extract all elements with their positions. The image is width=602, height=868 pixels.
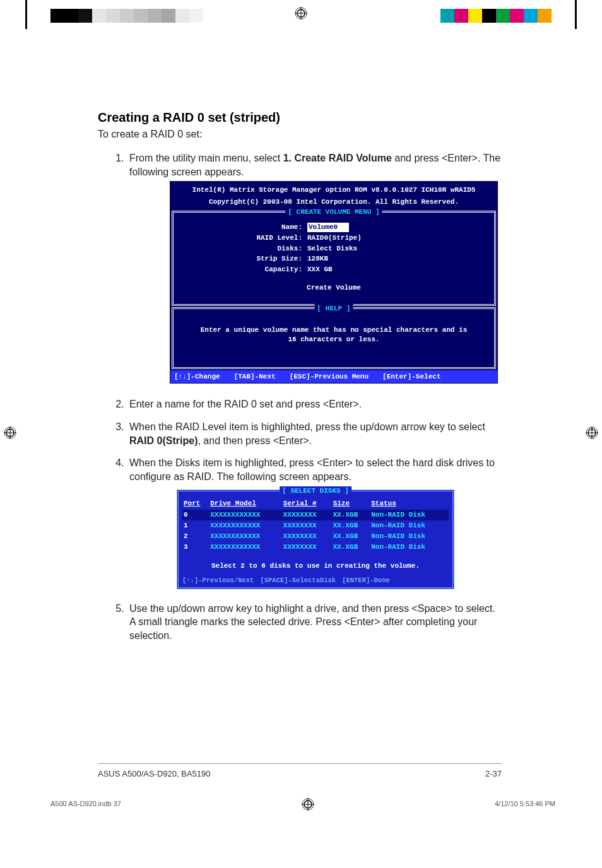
bios-select-disks-caption: [ SELECT DISKS ]: [280, 486, 351, 496]
status-change: [↑↓]-Change: [174, 372, 220, 382]
raid-level-label: RAID Level:: [181, 233, 307, 243]
status-next: [TAB]-Next: [234, 372, 276, 382]
bios-create-volume-screenshot: Intel(R) Matrix Storage Manager option R…: [170, 181, 498, 384]
capacity-value[interactable]: XXX GB: [307, 265, 333, 274]
col-serial: Serial #: [282, 498, 332, 510]
name-label: Name:: [181, 223, 307, 232]
cell-model: XXXXXXXXXXXX: [209, 510, 282, 520]
cell-serial: XXXXXXXX: [282, 520, 332, 531]
step-list: From the utility main menu, select 1. Cr…: [98, 151, 502, 642]
disks-label: Disks:: [181, 244, 307, 254]
footer-left: ASUS A500/AS-D920, BA5190: [98, 769, 211, 778]
step-3-text-a: When the RAID Level item is highlighted,…: [129, 421, 485, 432]
step-3-text-c: , and then press <Enter>.: [198, 435, 312, 446]
table-row[interactable]: 3XXXXXXXXXXXXXXXXXXXXXX.XGBNon-RAID Disk: [182, 542, 449, 553]
table-row[interactable]: 2XXXXXXXXXXXXXXXXXXXXXX.XGBNon-RAID Disk: [182, 531, 449, 542]
cell-size: XX.XGB: [332, 520, 370, 531]
cell-size: XX.XGB: [332, 510, 370, 520]
step-1-text-bold: 1. Create RAID Volume: [283, 153, 392, 163]
step-4: When the Disks item is highlighted, pres…: [127, 456, 502, 589]
color-blocks: [440, 9, 552, 23]
col-port: Port: [182, 498, 209, 510]
create-volume-button[interactable]: Create Volume: [181, 283, 487, 293]
cell-model: XXXXXXXXXXXX: [209, 542, 282, 553]
bios-select-disks-screenshot: [ SELECT DISKS ] Port Drive Model Serial…: [177, 490, 454, 589]
col-status: Status: [370, 498, 449, 510]
step-1: From the utility main menu, select 1. Cr…: [127, 151, 502, 384]
print-meta-left: A500 AS-D920.indb 37: [50, 800, 121, 812]
bios-create-caption: [ CREATE VOLUME MENU ]: [285, 208, 382, 217]
cell-port: 0: [182, 510, 209, 520]
cell-status: Non-RAID Disk: [370, 531, 449, 542]
help-text-line1: Enter a unique volume name that has no s…: [181, 326, 487, 335]
step-1-text-a: From the utility main menu, select: [129, 153, 283, 163]
footer-right: 2-37: [485, 769, 502, 778]
cell-serial: XXXXXXXX: [282, 531, 332, 542]
cell-port: 2: [182, 531, 209, 542]
cell-port: 1: [182, 520, 209, 531]
bios-create-panel: [ CREATE VOLUME MENU ] Name:Volume0 RAID…: [172, 211, 496, 306]
registration-target-icon: [295, 7, 307, 22]
cell-size: XX.XGB: [332, 542, 370, 553]
cell-model: XXXXXXXXXXXX: [209, 531, 282, 542]
cell-serial: XXXXXXXX: [282, 542, 332, 553]
print-registration-bar-top: [0, 0, 602, 29]
grayscale-blocks: [50, 9, 203, 23]
print-meta-right: 4/12/10 5:53:46 PM: [495, 800, 555, 812]
cell-model: XXXXXXXXXXXX: [209, 520, 282, 531]
bios-status-bar: [↑↓]-Change [TAB]-Next [ESC]-Previous Me…: [170, 370, 497, 384]
col-model: Drive Model: [209, 498, 282, 510]
bios-help-panel: [ HELP ] Enter a unique volume name that…: [172, 307, 496, 369]
intro-text: To create a RAID 0 set:: [98, 129, 502, 140]
name-input[interactable]: Volume0: [307, 223, 349, 232]
status-select: [Enter]-Select: [382, 372, 440, 382]
select-disks-hint: Select 2 to 6 disks to use in creating t…: [182, 553, 449, 575]
registration-target-icon: [302, 798, 314, 811]
foot-done: [ENTER]-Done: [342, 576, 390, 585]
step-2: Enter a name for the RAID 0 set and pres…: [127, 397, 502, 411]
bios-help-caption: [ HELP ]: [315, 304, 353, 314]
page-footer: ASUS A500/AS-D920, BA5190 2-37: [98, 763, 502, 778]
print-meta: A500 AS-D920.indb 37 4/12/10 5:53:46 PM: [50, 800, 555, 812]
cell-size: XX.XGB: [332, 531, 370, 542]
cell-status: Non-RAID Disk: [370, 520, 449, 531]
cell-port: 3: [182, 542, 209, 553]
table-row[interactable]: 1XXXXXXXXXXXXXXXXXXXXXX.XGBNon-RAID Disk: [182, 520, 449, 531]
strip-size-label: Strip Size:: [181, 254, 307, 264]
cell-serial: XXXXXXXX: [282, 510, 332, 520]
disk-table: Port Drive Model Serial # Size Status 0X…: [182, 498, 449, 552]
status-prev: [ESC]-Previous Menu: [290, 372, 369, 382]
step-3-text-bold: RAID 0(Stripe): [129, 435, 198, 446]
foot-prevnext: [↑↓]-Previous/Next: [182, 576, 254, 585]
registration-target-icon: [586, 426, 598, 442]
foot-select: [SPACE]-SelectsDisk: [260, 576, 336, 585]
strip-size-value[interactable]: 128KB: [307, 254, 328, 264]
crop-tick: [575, 0, 577, 29]
help-text-line2: 16 characters or less.: [181, 335, 487, 344]
bios-header-line1: Intel(R) Matrix Storage Manager option R…: [170, 182, 497, 197]
select-disks-footer: [↑↓]-Previous/Next [SPACE]-SelectsDisk […: [182, 575, 449, 586]
raid-level-value[interactable]: RAID0(Stripe): [307, 233, 362, 243]
registration-target-icon: [4, 426, 16, 442]
cell-status: Non-RAID Disk: [370, 542, 449, 553]
step-4-text: When the Disks item is highlighted, pres…: [129, 457, 495, 482]
col-size: Size: [332, 498, 370, 510]
step-5: Use the up/down arrow key to highlight a…: [127, 602, 502, 643]
disks-value[interactable]: Select Disks: [307, 244, 357, 254]
cell-status: Non-RAID Disk: [370, 510, 449, 520]
table-row[interactable]: 0XXXXXXXXXXXXXXXXXXXXXX.XGBNon-RAID Disk: [182, 510, 449, 520]
page-title: Creating a RAID 0 set (striped): [98, 110, 502, 125]
crop-tick: [25, 0, 27, 29]
page-content: Creating a RAID 0 set (striped) To creat…: [98, 110, 502, 651]
capacity-label: Capacity:: [181, 265, 307, 274]
step-3: When the RAID Level item is highlighted,…: [127, 420, 502, 447]
